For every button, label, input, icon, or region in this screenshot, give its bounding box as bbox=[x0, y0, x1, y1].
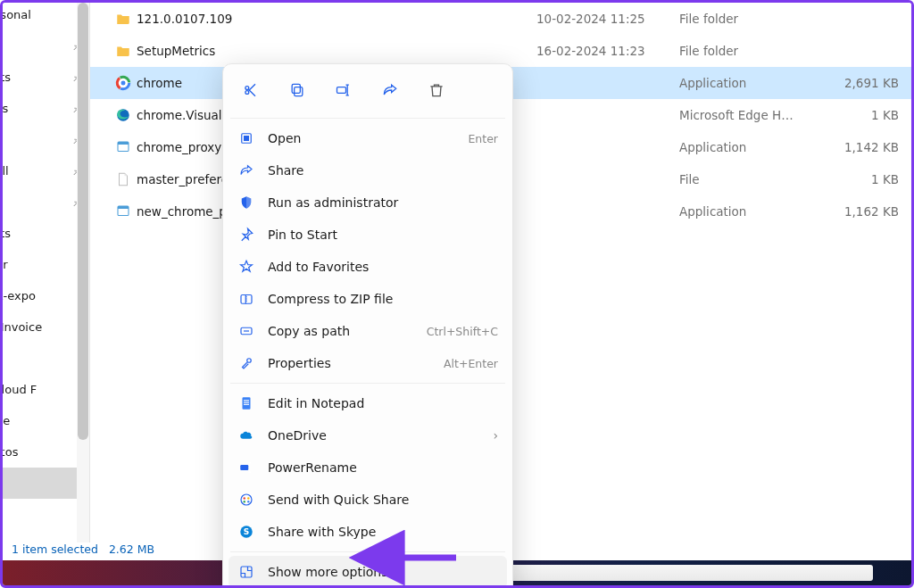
svg-point-12 bbox=[245, 87, 249, 90]
delete-icon[interactable] bbox=[418, 75, 455, 105]
file-type: File bbox=[679, 172, 822, 186]
menu-item-label: Pin to Start bbox=[268, 228, 498, 242]
menu-item-send-with-quick-share[interactable]: Send with Quick Share bbox=[228, 484, 507, 516]
skype-icon: S bbox=[237, 523, 255, 541]
copy-icon[interactable] bbox=[278, 75, 316, 105]
svg-point-27 bbox=[244, 497, 245, 499]
menu-item-accelerator: Ctrl+Shift+C bbox=[427, 325, 498, 338]
folder-icon bbox=[115, 11, 131, 27]
file-date: 16-02-2024 11:23 bbox=[536, 44, 679, 58]
menu-item-properties[interactable]: PropertiesAlt+Enter bbox=[228, 347, 507, 379]
nav-item-label: oud Photos bbox=[3, 445, 82, 459]
menu-item-label: Properties bbox=[268, 356, 431, 370]
file-type: Application bbox=[679, 140, 822, 154]
menu-item-open[interactable]: OpenEnter bbox=[228, 122, 507, 154]
nav-scrollbar[interactable] bbox=[77, 3, 89, 542]
file-date: 10-02-2024 11:25 bbox=[536, 12, 679, 26]
menu-item-share[interactable]: Share bbox=[228, 154, 507, 186]
file-row[interactable]: 121.0.0107.10910-02-2024 11:25File folde… bbox=[90, 3, 911, 35]
nav-item-label: ctures bbox=[3, 133, 62, 146]
svg-rect-21 bbox=[243, 397, 251, 410]
path-icon bbox=[237, 322, 255, 340]
menu-item-label: Add to Favorites bbox=[268, 260, 498, 274]
menu-item-share-with-skype[interactable]: SShare with Skype bbox=[228, 516, 507, 548]
props-icon bbox=[237, 354, 255, 372]
nav-item-label: eative Cloud F bbox=[3, 383, 82, 396]
nav-item-label: ly 2023 Invoice bbox=[3, 320, 82, 334]
svg-point-20 bbox=[247, 359, 252, 363]
exe-icon bbox=[115, 203, 131, 219]
svg-point-29 bbox=[244, 501, 245, 502]
file-name: SetupMetrics bbox=[137, 44, 536, 58]
nav-scroll-thumb[interactable] bbox=[78, 3, 88, 440]
menu-item-label: Compress to ZIP file bbox=[268, 292, 498, 306]
open-icon bbox=[237, 129, 255, 147]
menu-item-label: Open bbox=[268, 131, 455, 145]
menu-top-actions bbox=[228, 70, 507, 114]
menu-item-label: OneDrive bbox=[268, 428, 480, 443]
menu-item-add-to-favorites[interactable]: Add to Favorites bbox=[228, 251, 507, 283]
menu-item-accelerator: Alt+Enter bbox=[444, 357, 498, 370]
menu-item-label: Run as administrator bbox=[268, 195, 498, 210]
status-selected: 1 item selected bbox=[12, 542, 98, 556]
nav-item-label: mera Roll bbox=[3, 164, 62, 178]
nav-item-label: ew folder bbox=[3, 258, 82, 271]
quickshare-icon bbox=[237, 491, 255, 509]
file-size: 1,162 KB bbox=[822, 204, 911, 219]
notepad-icon bbox=[237, 394, 255, 412]
file-size: 1 KB bbox=[822, 108, 911, 122]
share-icon bbox=[237, 161, 255, 179]
menu-item-run-as-administrator[interactable]: Run as administrator bbox=[228, 186, 507, 219]
svg-rect-10 bbox=[118, 206, 129, 209]
more-icon bbox=[237, 563, 255, 581]
chrome-icon bbox=[115, 75, 131, 91]
svg-text:S: S bbox=[244, 527, 249, 536]
svg-rect-22 bbox=[244, 400, 249, 401]
folder-icon bbox=[115, 43, 131, 59]
svg-rect-17 bbox=[244, 136, 249, 141]
menu-item-label: Show more options bbox=[268, 565, 498, 579]
svg-point-11 bbox=[245, 91, 249, 95]
exe-icon bbox=[115, 139, 131, 155]
svg-rect-23 bbox=[244, 402, 249, 403]
menu-item-copy-as-path[interactable]: Copy as pathCtrl+Shift+C bbox=[228, 315, 507, 347]
file-type: Microsoft Edge H… bbox=[679, 108, 822, 122]
menu-item-onedrive[interactable]: OneDrive› bbox=[228, 419, 507, 451]
svg-rect-25 bbox=[240, 465, 248, 470]
svg-rect-15 bbox=[337, 87, 346, 94]
file-type: Application bbox=[679, 76, 822, 90]
nav-item-label: otostack-expo bbox=[3, 289, 82, 302]
zip-icon bbox=[237, 290, 255, 308]
menu-item-label: Copy as path bbox=[268, 324, 414, 338]
nav-item-label: esktop bbox=[3, 39, 62, 53]
menu-item-show-more-options[interactable]: Show more options bbox=[228, 556, 507, 588]
chevron-right-icon: › bbox=[493, 428, 498, 443]
context-menu: OpenEnterShareRun as administratorPin to… bbox=[222, 63, 513, 588]
svg-rect-24 bbox=[244, 404, 249, 405]
menu-item-pin-to-start[interactable]: Pin to Start bbox=[228, 219, 507, 251]
rename-icon[interactable] bbox=[325, 75, 362, 105]
share-icon[interactable] bbox=[371, 75, 409, 105]
menu-item-edit-in-notepad[interactable]: Edit in Notepad bbox=[228, 387, 507, 419]
nav-item-label: is PC bbox=[3, 476, 82, 490]
nav-item-label: ownloads bbox=[3, 102, 62, 115]
file-type: File folder bbox=[679, 12, 822, 26]
status-bar: 1 item selected 2.62 MB bbox=[3, 537, 163, 560]
cut-icon[interactable] bbox=[232, 75, 270, 105]
file-icon bbox=[115, 171, 131, 187]
svg-point-30 bbox=[247, 501, 249, 502]
menu-item-label: Share bbox=[268, 163, 498, 178]
svg-rect-33 bbox=[241, 567, 252, 577]
svg-point-28 bbox=[247, 497, 249, 499]
menu-item-label: Send with Quick Share bbox=[268, 493, 498, 507]
navigation-pane: rth - Personalesktopocumentsownloadsctur… bbox=[3, 3, 90, 542]
menu-item-powerrename[interactable]: PowerRename bbox=[228, 451, 507, 484]
menu-item-compress-to-zip-file[interactable]: Compress to ZIP file bbox=[228, 283, 507, 315]
nav-item-label: ocuments bbox=[3, 70, 62, 84]
file-size: 2,691 KB bbox=[822, 76, 911, 90]
svg-rect-8 bbox=[118, 142, 129, 145]
file-size: 1,142 KB bbox=[822, 140, 911, 154]
menu-item-label: PowerRename bbox=[268, 460, 498, 475]
nav-item-label: oud Drive bbox=[3, 414, 82, 427]
file-row[interactable]: SetupMetrics16-02-2024 11:23File folder bbox=[90, 35, 911, 67]
